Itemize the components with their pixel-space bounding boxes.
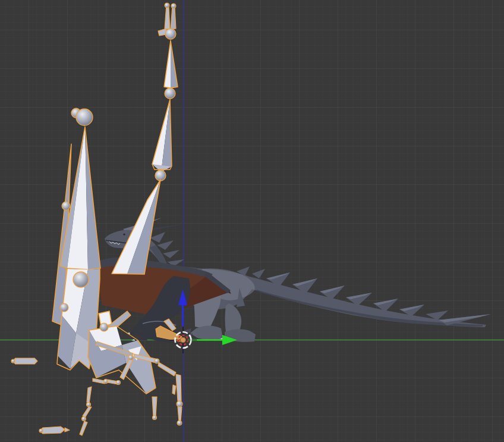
joint-sphere[interactable] xyxy=(73,272,89,287)
joint-sphere[interactable] xyxy=(165,3,169,8)
dragon-eye xyxy=(123,233,125,235)
joint-sphere[interactable] xyxy=(76,109,93,126)
joint-sphere[interactable] xyxy=(165,29,176,39)
joint-sphere[interactable] xyxy=(100,323,108,331)
joint-sphere[interactable] xyxy=(165,88,175,99)
joint-sphere[interactable] xyxy=(62,202,70,210)
cursor-center-dot xyxy=(181,337,186,343)
3d-viewport[interactable] xyxy=(0,0,504,442)
joint-sphere[interactable] xyxy=(60,303,68,312)
joint-sphere[interactable] xyxy=(171,4,176,8)
